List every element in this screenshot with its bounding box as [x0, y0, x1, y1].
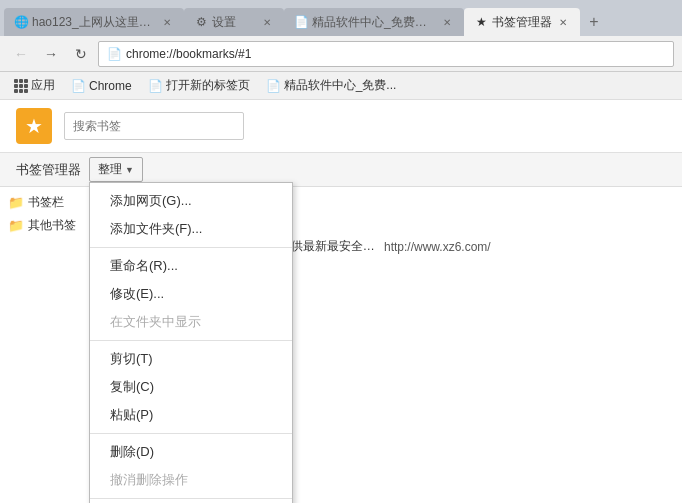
menu-cut[interactable]: 剪切(T)	[90, 345, 292, 373]
search-input[interactable]	[64, 112, 244, 140]
menu-paste[interactable]: 粘贴(P)	[90, 401, 292, 429]
tab-favicon-1: 🌐	[14, 15, 28, 29]
menu-separator-2	[90, 340, 292, 341]
tab-label-3: 精品软件中心_免费提供最...	[312, 14, 436, 31]
tab-settings[interactable]: ⚙ 设置 ✕	[184, 8, 284, 36]
menu-undo-delete: 撤消删除操作	[90, 466, 292, 494]
bm-header: ★	[0, 100, 682, 153]
menu-add-folder[interactable]: 添加文件夹(F)...	[90, 215, 292, 243]
bm-star-icon: ★	[16, 108, 52, 144]
menu-separator-3	[90, 433, 292, 434]
organize-dropdown-menu: 添加网页(G)... 添加文件夹(F)... 重命名(R)... 修改(E)..…	[89, 182, 293, 503]
bookmark-label-2: 打开新的标签页	[166, 77, 250, 94]
menu-edit[interactable]: 修改(E)...	[90, 280, 292, 308]
address-text: chrome://bookmarks/#1	[126, 47, 251, 61]
menu-show-in-folder: 在文件夹中显示	[90, 308, 292, 336]
bookmark-newtab[interactable]: 📄 打开新的标签页	[142, 75, 256, 96]
bookmark-icon-3: 📄	[266, 79, 281, 93]
menu-rename[interactable]: 重命名(R)...	[90, 252, 292, 280]
tab-label-2: 设置	[212, 14, 256, 31]
menu-copy[interactable]: 复制(C)	[90, 373, 292, 401]
tab-close-3[interactable]: ✕	[440, 15, 454, 29]
folder-icon-1: 📁	[8, 195, 24, 210]
grid-icon	[14, 79, 28, 93]
organize-container: 整理 ▼ 添加网页(G)... 添加文件夹(F)... 重命名(R)... 修改…	[89, 157, 143, 182]
sidebar-label-2: 其他书签	[28, 217, 76, 234]
tab-favicon-4: ★	[474, 15, 488, 29]
menu-delete[interactable]: 删除(D)	[90, 438, 292, 466]
bookmark-chrome[interactable]: 📄 Chrome	[65, 77, 138, 95]
tab-bar: 🌐 hao123_上网从这里开始 - ... ✕ ⚙ 设置 ✕ 📄 精品软件中心…	[0, 0, 682, 36]
menu-separator-1	[90, 247, 292, 248]
organize-button[interactable]: 整理 ▼	[89, 157, 143, 182]
organize-label: 整理	[98, 161, 122, 178]
tab-close-2[interactable]: ✕	[260, 15, 274, 29]
tab-bookmarks[interactable]: ★ 书签管理器 ✕	[464, 8, 580, 36]
back-button[interactable]: ←	[8, 41, 34, 67]
tab-close-1[interactable]: ✕	[160, 15, 174, 29]
bm-toolbar: 书签管理器 整理 ▼ 添加网页(G)... 添加文件夹(F)... 重命名(R)…	[0, 153, 682, 187]
menu-separator-4	[90, 498, 292, 499]
nav-bar: ← → ↻ 📄 chrome://bookmarks/#1	[0, 36, 682, 72]
bookmark-icon-1: 📄	[71, 79, 86, 93]
tab-close-4[interactable]: ✕	[556, 15, 570, 29]
page-icon: 📄	[107, 47, 122, 61]
bookmarks-bar: 应用 📄 Chrome 📄 打开新的标签页 📄 精品软件中心_免费...	[0, 72, 682, 100]
tab-software[interactable]: 📄 精品软件中心_免费提供最... ✕	[284, 8, 464, 36]
apps-label: 应用	[31, 77, 55, 94]
new-tab-button[interactable]: +	[580, 8, 608, 36]
address-bar[interactable]: 📄 chrome://bookmarks/#1	[98, 41, 674, 67]
forward-button[interactable]: →	[38, 41, 64, 67]
tab-favicon-2: ⚙	[194, 15, 208, 29]
apps-button[interactable]: 应用	[8, 75, 61, 96]
bookmark-label-3: 精品软件中心_免费...	[284, 77, 397, 94]
bm-manager-title: 书签管理器	[16, 161, 81, 179]
bookmark-software[interactable]: 📄 精品软件中心_免费...	[260, 75, 403, 96]
bookmark-icon-2: 📄	[148, 79, 163, 93]
reload-button[interactable]: ↻	[68, 41, 94, 67]
sidebar-label-1: 书签栏	[28, 194, 64, 211]
tab-label-4: 书签管理器	[492, 14, 552, 31]
folder-icon-2: 📁	[8, 218, 24, 233]
dropdown-arrow-icon: ▼	[125, 165, 134, 175]
page-content: ★ 书签管理器 整理 ▼ 添加网页(G)... 添加文件夹(F)... 重命名(…	[0, 100, 682, 503]
browser-window: 🌐 hao123_上网从这里开始 - ... ✕ ⚙ 设置 ✕ 📄 精品软件中心…	[0, 0, 682, 503]
menu-add-page[interactable]: 添加网页(G)...	[90, 187, 292, 215]
row-url-3: http://www.xz6.com/	[384, 240, 491, 254]
tab-favicon-3: 📄	[294, 15, 308, 29]
tab-label-1: hao123_上网从这里开始 - ...	[32, 14, 156, 31]
bookmark-label-1: Chrome	[89, 79, 132, 93]
tab-hao123[interactable]: 🌐 hao123_上网从这里开始 - ... ✕	[4, 8, 184, 36]
